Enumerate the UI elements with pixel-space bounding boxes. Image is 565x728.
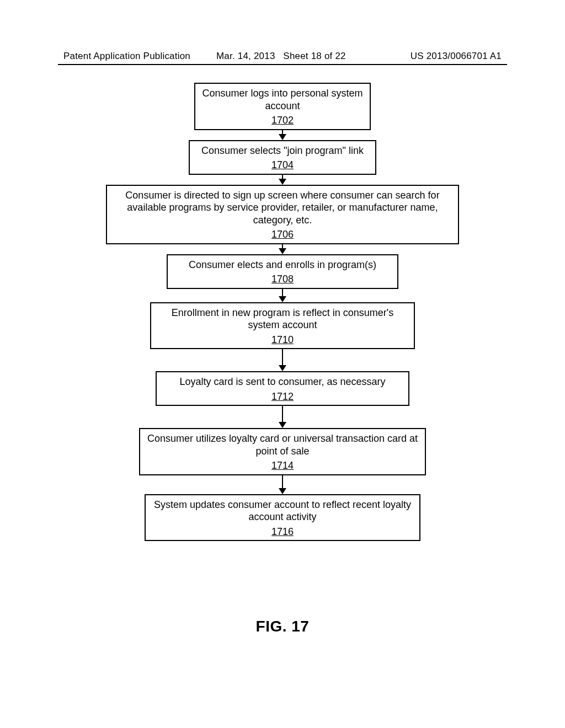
flow-arrow — [279, 406, 286, 428]
flow-step-1704: Consumer selects "join program" link 170… — [189, 140, 376, 175]
flow-step-text: Loyalty card is sent to consumer, as nec… — [179, 376, 385, 388]
flow-step-1714: Consumer utilizes loyalty card or univer… — [139, 428, 426, 475]
flow-step-1706: Consumer is directed to sign up screen w… — [106, 185, 459, 244]
flow-arrow — [279, 289, 286, 302]
flow-step-text: Consumer selects "join program" link — [201, 144, 364, 157]
flow-step-text: Enrollment in new program is reflect in … — [157, 307, 408, 331]
header-date: Mar. 14, 2013 — [216, 51, 275, 61]
figure-label: FIG. 17 — [0, 618, 565, 635]
flow-step-1702: Consumer logs into personal system accou… — [194, 83, 371, 130]
flow-arrow — [279, 349, 286, 371]
flow-step-ref: 1716 — [271, 526, 294, 538]
flow-step-ref: 1714 — [271, 459, 294, 472]
flow-step-ref: 1704 — [271, 159, 294, 172]
arrow-head-icon — [279, 134, 286, 140]
flow-arrow — [279, 244, 286, 254]
arrow-head-icon — [279, 248, 286, 254]
flow-step-text: Consumer utilizes loyalty card or univer… — [146, 432, 419, 457]
flow-step-ref: 1702 — [271, 114, 294, 127]
arrow-head-icon — [279, 422, 286, 428]
patent-page: Patent Application Publication Mar. 14, … — [0, 0, 565, 728]
flow-arrow — [279, 130, 286, 140]
arrow-shaft — [282, 406, 284, 422]
flow-arrow — [279, 475, 286, 494]
header-publication: Patent Application Publication — [63, 51, 190, 62]
arrow-shaft — [282, 349, 284, 366]
header-date-sheet: Mar. 14, 2013 Sheet 18 of 22 — [216, 51, 346, 62]
flow-arrow — [279, 175, 286, 185]
flow-step-text: Consumer logs into personal system accou… — [201, 87, 364, 112]
arrow-head-icon — [279, 296, 286, 302]
flow-step-1708: Consumer elects and enrolls in program(s… — [167, 254, 398, 289]
arrow-shaft — [282, 475, 284, 489]
flow-step-1712: Loyalty card is sent to consumer, as nec… — [156, 371, 409, 406]
flow-step-text: System updates consumer account to refle… — [151, 499, 414, 523]
flow-step-ref: 1706 — [271, 228, 294, 241]
flow-step-ref: 1710 — [271, 334, 294, 346]
header-sheet: Sheet 18 of 22 — [283, 51, 345, 61]
header-rule — [58, 64, 507, 65]
flowchart: Consumer logs into personal system accou… — [0, 83, 565, 541]
flow-step-ref: 1708 — [271, 273, 294, 286]
header-pubnumber: US 2013/0066701 A1 — [411, 51, 502, 62]
flow-step-text: Consumer elects and enrolls in program(s… — [189, 259, 376, 271]
arrow-shaft — [282, 289, 284, 297]
flow-step-1710: Enrollment in new program is reflect in … — [150, 302, 415, 350]
arrow-head-icon — [279, 488, 286, 494]
arrow-head-icon — [279, 179, 286, 185]
flow-step-ref: 1712 — [271, 390, 294, 403]
arrow-head-icon — [279, 365, 286, 371]
flow-step-1716: System updates consumer account to refle… — [145, 494, 420, 542]
flow-step-text: Consumer is directed to sign up screen w… — [113, 189, 452, 227]
